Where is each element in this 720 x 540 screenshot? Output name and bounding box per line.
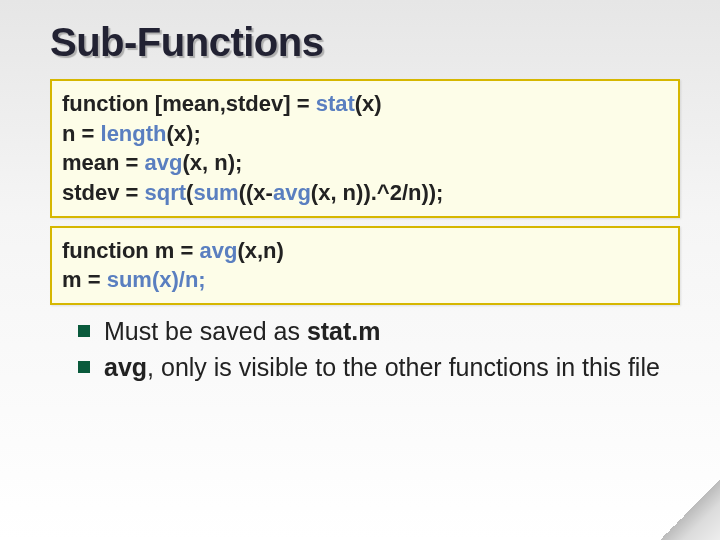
code-text: (x, n);: [182, 150, 242, 175]
code-line: stdev = sqrt(sum((x-avg(x, n)).^2/n));: [62, 178, 668, 208]
bullet-text: , only is visible to the other functions…: [147, 353, 660, 381]
bullet-bold: avg: [104, 353, 147, 381]
code-fn: sum(x)/n;: [107, 267, 206, 292]
code-text: m =: [62, 267, 107, 292]
code-text: (x): [355, 91, 382, 116]
code-line: function m = avg(x,n): [62, 236, 668, 266]
code-block-stat: function [mean,stdev] = stat(x) n = leng…: [50, 79, 680, 218]
code-text: stdev =: [62, 180, 145, 205]
list-item: Must be saved as stat.m: [78, 315, 674, 349]
code-fn: avg: [200, 238, 238, 263]
code-fn: length: [101, 121, 167, 146]
code-fn: sqrt: [145, 180, 187, 205]
code-text: ((x-: [239, 180, 273, 205]
bullet-bold: stat.m: [307, 317, 381, 345]
code-block-avg: function m = avg(x,n) m = sum(x)/n;: [50, 226, 680, 305]
bullet-text: Must be saved as: [104, 317, 307, 345]
code-text: function [mean,stdev] =: [62, 91, 316, 116]
code-text: mean =: [62, 150, 145, 175]
code-fn: avg: [273, 180, 311, 205]
code-line: n = length(x);: [62, 119, 668, 149]
code-text: n =: [62, 121, 101, 146]
code-line: m = sum(x)/n;: [62, 265, 668, 295]
code-line: function [mean,stdev] = stat(x): [62, 89, 668, 119]
code-fn: sum: [193, 180, 238, 205]
slide-title: Sub-Functions: [50, 20, 680, 65]
code-fn: avg: [145, 150, 183, 175]
code-text: (x, n)).^2/n));: [311, 180, 444, 205]
bullet-list: Must be saved as stat.m avg, only is vis…: [50, 315, 680, 385]
list-item: avg, only is visible to the other functi…: [78, 351, 674, 385]
code-text: (x);: [167, 121, 201, 146]
code-text: (x,n): [237, 238, 283, 263]
code-fn: stat: [316, 91, 355, 116]
code-text: function m =: [62, 238, 200, 263]
code-line: mean = avg(x, n);: [62, 148, 668, 178]
page-curl-icon: [660, 480, 720, 540]
